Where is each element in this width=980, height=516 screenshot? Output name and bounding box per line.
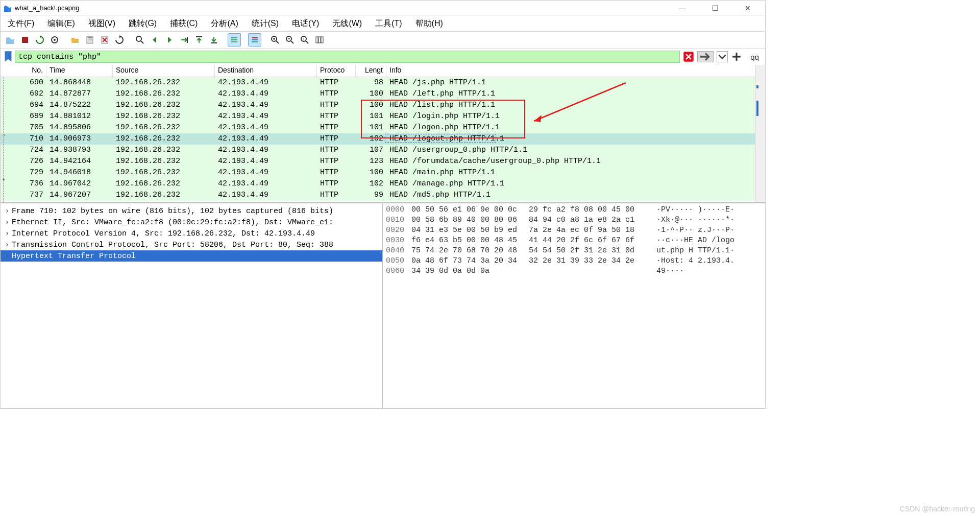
packet-list-header: No. Time Source Destination Protoco Leng… (1, 65, 765, 77)
hex-row[interactable]: 000000 50 56 e1 06 9e 00 0c29 fc a2 f8 0… (386, 205, 762, 216)
hex-row[interactable]: 0030f6 e4 63 b5 00 00 48 4541 44 20 2f 6… (386, 236, 762, 246)
col-header-length[interactable]: Lengt (356, 65, 386, 77)
svg-rect-13 (231, 39, 237, 40)
autoscroll-icon[interactable] (228, 33, 241, 46)
packet-bytes-hex[interactable]: 000000 50 56 e1 06 9e 00 0c29 fc a2 f8 0… (383, 203, 765, 408)
menu-view[interactable]: 视图(V) (88, 18, 115, 29)
svg-line-26 (306, 41, 308, 43)
resize-columns-icon[interactable] (313, 33, 326, 46)
packet-row[interactable]: 69414.875222192.168.26.23242.193.4.49HTT… (1, 100, 765, 111)
save-file-icon[interactable] (83, 33, 96, 46)
menu-telephony[interactable]: 电话(Y) (292, 18, 319, 29)
menu-capture[interactable]: 捕获(C) (170, 18, 198, 29)
close-file-icon[interactable] (98, 33, 111, 46)
zoom-in-icon[interactable] (268, 33, 282, 46)
minimize-button[interactable]: — (672, 4, 693, 12)
go-back-icon[interactable] (148, 33, 161, 46)
go-to-packet-icon[interactable] (178, 33, 191, 46)
packet-row[interactable]: 73714.967207192.168.26.23242.193.4.49HTT… (1, 190, 765, 201)
packet-row[interactable]: 71014.906973192.168.26.23242.193.4.49HTT… (1, 133, 765, 145)
filter-history-icon[interactable] (717, 51, 728, 62)
menu-file[interactable]: 文件(F) (8, 18, 34, 29)
col-header-protocol[interactable]: Protoco (317, 65, 356, 77)
col-header-info[interactable]: Info (386, 65, 765, 77)
packet-list-scrollbar[interactable] (755, 65, 765, 202)
go-forward-icon[interactable] (163, 33, 176, 46)
zoom-reset-icon[interactable]: 1 (298, 33, 311, 46)
capture-options-icon[interactable] (48, 33, 61, 46)
hex-row[interactable]: 001000 58 6b 89 40 00 80 0684 94 c0 a8 1… (386, 216, 762, 226)
tree-row[interactable]: ›Internet Protocol Version 4, Src: 192.1… (1, 228, 382, 239)
find-icon[interactable] (133, 33, 146, 46)
titlebar: what_a_hack!.pcapng — ☐ ✕ (1, 1, 765, 16)
packet-row[interactable]: 72414.938793192.168.26.23242.193.4.49HTT… (1, 145, 765, 156)
menu-help[interactable]: 帮助(H) (415, 18, 443, 29)
col-header-destination[interactable]: Destination (215, 65, 317, 77)
close-button[interactable]: ✕ (738, 4, 758, 12)
go-last-icon[interactable] (207, 33, 220, 46)
zoom-out-icon[interactable] (283, 33, 297, 46)
packet-row[interactable]: 70514.895806192.168.26.23242.193.4.49HTT… (1, 122, 765, 133)
window-title: what_a_hack!.pcapng (15, 4, 672, 12)
hex-row[interactable]: 00500a 48 6f 73 74 3a 20 3432 2e 31 39 3… (386, 256, 762, 267)
packet-row[interactable]: 69914.881012192.168.26.23242.193.4.49HTT… (1, 111, 765, 122)
stop-capture-icon[interactable] (18, 33, 32, 46)
svg-rect-4 (88, 37, 92, 38)
apply-filter-icon[interactable] (697, 51, 714, 62)
menu-stats[interactable]: 统计(S) (252, 18, 279, 29)
tree-row[interactable]: ›Frame 710: 102 bytes on wire (816 bits)… (1, 205, 382, 217)
menu-tools[interactable]: 工具(T) (375, 18, 402, 29)
menu-wireless[interactable]: 无线(W) (332, 18, 362, 29)
hex-row[interactable]: 006034 39 0d 0a 0d 0a49···· (386, 267, 762, 277)
svg-rect-17 (252, 41, 258, 42)
svg-rect-30 (321, 37, 323, 43)
tree-row[interactable]: ›Transmission Control Protocol, Src Port… (1, 239, 382, 250)
packet-list[interactable]: No. Time Source Destination Protoco Leng… (1, 65, 765, 203)
toolbar: 1 (1, 31, 765, 49)
packet-row[interactable]: 72614.942164192.168.26.23242.193.4.49HTT… (1, 156, 765, 167)
add-filter-button-icon[interactable] (731, 51, 742, 62)
packet-row[interactable]: 69014.868448192.168.26.23242.193.4.49HTT… (1, 77, 765, 88)
clear-filter-icon[interactable] (683, 51, 694, 62)
svg-rect-16 (252, 39, 258, 40)
menu-go[interactable]: 跳转(G) (129, 18, 157, 29)
svg-rect-15 (252, 37, 258, 38)
related-packet-marker-icon: • (1, 176, 7, 183)
svg-point-2 (54, 39, 56, 41)
packet-row[interactable]: 73614.967042192.168.26.23242.193.4.49HTT… (1, 178, 765, 190)
col-header-time[interactable]: Time (46, 65, 113, 77)
svg-rect-29 (318, 37, 321, 43)
bookmark-icon[interactable] (4, 51, 13, 62)
filterbar: qq (1, 49, 765, 65)
restart-capture-icon[interactable] (33, 33, 46, 46)
maximize-button[interactable]: ☐ (705, 4, 725, 12)
svg-text:1: 1 (302, 37, 304, 41)
menubar: 文件(F) 编辑(E) 视图(V) 跳转(G) 捕获(C) 分析(A) 统计(S… (1, 16, 765, 31)
display-filter-input[interactable] (15, 51, 680, 63)
packet-row[interactable]: 72914.946018192.168.26.23242.193.4.49HTT… (1, 167, 765, 178)
tree-row[interactable]: ›Ethernet II, Src: VMware_fc:a2:f8 (00:0… (1, 217, 382, 228)
reload-icon[interactable] (113, 33, 126, 46)
packet-details-tree[interactable]: ›Frame 710: 102 bytes on wire (816 bits)… (1, 203, 383, 408)
svg-rect-5 (88, 39, 92, 39)
colorize-icon[interactable] (248, 33, 261, 46)
menu-analyze[interactable]: 分析(A) (211, 18, 238, 29)
packet-row[interactable]: 69214.872877192.168.26.23242.193.4.49HTT… (1, 88, 765, 100)
hex-row[interactable]: 004075 74 2e 70 68 70 20 4854 54 50 2f 3… (386, 246, 762, 256)
filter-qq-label: qq (750, 53, 759, 61)
svg-rect-28 (316, 37, 318, 43)
svg-rect-12 (231, 37, 237, 38)
packet-list-gutter (1, 77, 7, 202)
open-file-icon[interactable] (68, 33, 82, 46)
col-header-no[interactable]: No. (1, 65, 46, 77)
svg-point-7 (136, 36, 141, 41)
col-header-source[interactable]: Source (113, 65, 215, 77)
menu-edit[interactable]: 编辑(E) (47, 18, 75, 29)
go-first-icon[interactable] (192, 33, 206, 46)
start-capture-icon[interactable] (4, 33, 17, 46)
svg-rect-0 (22, 37, 28, 43)
tree-row[interactable]: ›Hypertext Transfer Protocol (1, 250, 382, 262)
wireshark-fin-icon (4, 4, 12, 12)
hex-row[interactable]: 002004 31 e3 5e 00 50 b9 ed7a 2e 4a ec 0… (386, 226, 762, 236)
related-packet-marker-icon: → (1, 131, 7, 138)
